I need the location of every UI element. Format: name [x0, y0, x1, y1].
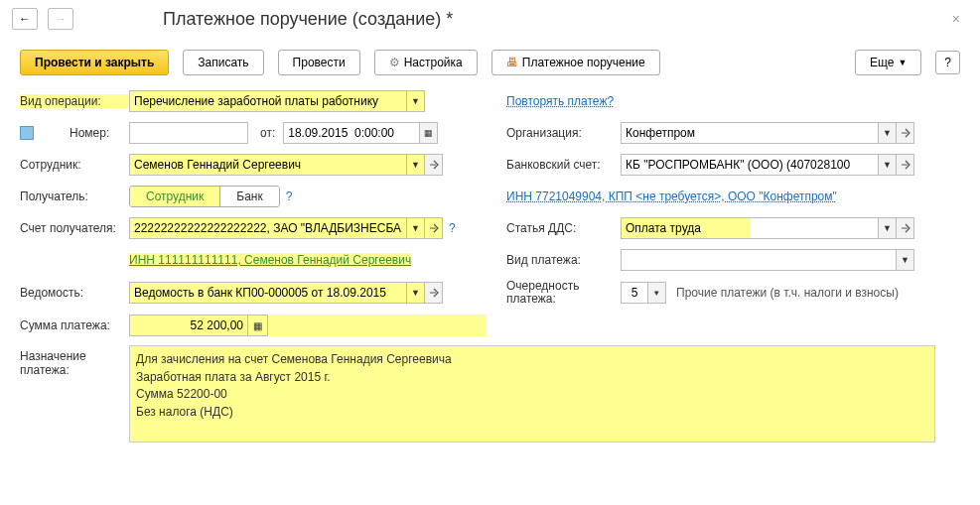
calculator-icon[interactable]: ▦ [248, 315, 268, 336]
page-title: Платежное поручение (создание) * [163, 9, 453, 30]
dds-input[interactable] [621, 217, 750, 239]
vedomost-label: Ведомость: [20, 286, 129, 300]
vedomost-input[interactable] [129, 282, 407, 304]
post-and-close-button[interactable]: Провести и закрыть [20, 50, 169, 75]
payee-acc-open-icon[interactable] [425, 217, 443, 239]
vedomost-open-icon[interactable] [425, 282, 443, 304]
bank-acc-dropdown[interactable]: ▼ [879, 154, 897, 176]
toggle-bank[interactable]: Банк [219, 187, 278, 206]
op-type-input[interactable] [129, 90, 407, 112]
queue-label: Очередность платежа: [506, 280, 621, 306]
chevron-down-icon: ▼ [898, 58, 907, 67]
from-label: от: [260, 126, 275, 140]
amount-input[interactable] [129, 315, 248, 336]
amount-label: Сумма платежа: [20, 318, 129, 332]
toggle-employee[interactable]: Сотрудник [130, 187, 219, 206]
employee-dropdown[interactable]: ▼ [407, 154, 425, 176]
vedomost-dropdown[interactable]: ▼ [407, 282, 425, 304]
help-icon[interactable]: ? [286, 189, 293, 203]
dds-label: Статья ДДС: [506, 221, 621, 235]
employee-label: Сотрудник: [20, 158, 129, 172]
purpose-label: Назначение платежа: [20, 345, 129, 377]
pay-kind-label: Вид платежа: [506, 253, 621, 267]
date-picker-icon[interactable]: ▦ [420, 122, 438, 144]
date-input[interactable] [283, 122, 420, 144]
org-label: Организация: [506, 126, 621, 140]
number-label: Номер: [70, 126, 129, 140]
bank-acc-open-icon[interactable] [897, 154, 914, 176]
payee-acc-input[interactable] [129, 217, 407, 239]
payee-label: Получатель: [20, 189, 129, 203]
payee-acc-label: Счет получателя: [20, 221, 129, 235]
print-button[interactable]: 🖶Платежное поручение [491, 50, 660, 75]
inn-employee-link[interactable]: ИНН 111111111111, Семенов Геннадий Серге… [129, 253, 411, 267]
post-button[interactable]: Провести [278, 50, 360, 75]
number-input[interactable] [129, 122, 248, 144]
dds-dropdown[interactable]: ▼ [879, 217, 897, 239]
write-button[interactable]: Записать [183, 50, 263, 75]
nav-back[interactable]: ← [12, 8, 38, 30]
help-button[interactable]: ? [935, 51, 960, 74]
dds-input-tail[interactable] [750, 217, 879, 239]
help-icon-2[interactable]: ? [449, 221, 456, 235]
payee-toggle: Сотрудник Банк [129, 186, 280, 207]
employee-input[interactable] [129, 154, 407, 176]
settings-button[interactable]: ⚙Настройка [374, 50, 478, 75]
org-input[interactable] [621, 122, 879, 144]
document-icon [20, 126, 34, 140]
pay-kind-dropdown[interactable]: ▼ [897, 249, 914, 271]
more-button[interactable]: Еще ▼ [855, 50, 921, 75]
purpose-textarea[interactable]: Для зачисления на счет Семенова Геннадия… [129, 345, 935, 442]
bank-acc-input[interactable] [621, 154, 879, 176]
queue-input[interactable] [621, 282, 648, 304]
op-type-dropdown[interactable]: ▼ [407, 90, 425, 112]
queue-desc: Прочие платежи (в т.ч. налоги и взносы) [676, 286, 899, 300]
dds-open-icon[interactable] [897, 217, 914, 239]
bank-acc-label: Банковский счет: [506, 158, 621, 172]
pay-kind-input[interactable] [621, 249, 897, 271]
gear-icon: ⚙ [389, 56, 400, 69]
queue-stepper[interactable]: ▾ [648, 282, 666, 304]
printer-icon: 🖶 [506, 56, 518, 69]
org-dropdown[interactable]: ▼ [879, 122, 897, 144]
inn-org-link[interactable]: ИНН 7721049904, КПП <не требуется>, ООО … [506, 189, 837, 203]
op-type-label: Вид операции: [20, 94, 129, 108]
payee-acc-dropdown[interactable]: ▼ [407, 217, 425, 239]
nav-forward[interactable]: → [48, 8, 73, 30]
employee-open-icon[interactable] [425, 154, 443, 176]
close-icon[interactable]: × [944, 11, 968, 27]
repeat-payment-link[interactable]: Повторять платеж? [506, 94, 614, 108]
org-open-icon[interactable] [897, 122, 914, 144]
